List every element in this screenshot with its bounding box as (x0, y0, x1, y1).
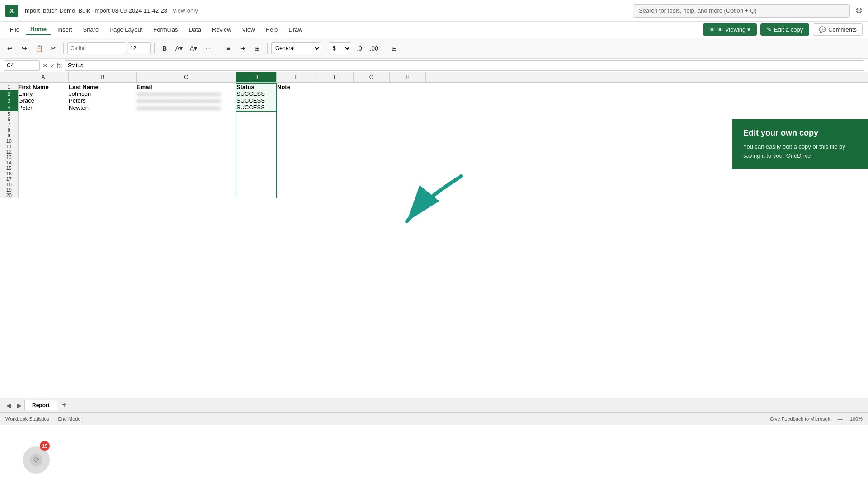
data-cell[interactable] (277, 187, 317, 192)
data-cell[interactable] (137, 165, 236, 171)
row-number[interactable]: 2 (0, 90, 18, 97)
data-cell[interactable] (354, 127, 390, 133)
menu-formulas[interactable]: Formulas (149, 24, 182, 35)
settings-icon[interactable]: ⚙ (855, 6, 863, 16)
menu-pagelayout[interactable]: Page Layout (105, 24, 147, 35)
data-cell[interactable]: Emily (18, 90, 69, 97)
data-cell[interactable] (69, 182, 137, 187)
data-cell[interactable]: Peters (69, 97, 137, 104)
data-cell[interactable] (390, 171, 426, 176)
data-cell[interactable] (137, 182, 236, 187)
data-cell[interactable] (354, 176, 390, 182)
data-cell[interactable] (18, 182, 69, 187)
data-cell[interactable] (18, 192, 69, 198)
data-cell[interactable] (390, 182, 426, 187)
font-size-input[interactable] (128, 42, 151, 54)
data-cell[interactable] (137, 192, 236, 198)
data-cell[interactable] (390, 155, 426, 160)
data-cell[interactable] (354, 187, 390, 192)
data-cell[interactable] (236, 117, 277, 122)
row-number[interactable]: 5 (0, 111, 18, 117)
data-cell[interactable] (137, 122, 236, 127)
data-cell[interactable] (236, 122, 277, 127)
data-cell[interactable] (69, 133, 137, 138)
sheet-nav-right[interactable]: ▶ (14, 402, 24, 409)
row-number[interactable]: 11 (0, 144, 18, 149)
data-cell[interactable] (317, 104, 354, 111)
scissors-button[interactable]: ✂ (47, 42, 60, 55)
row-number[interactable]: 7 (0, 122, 18, 127)
data-cell[interactable] (18, 149, 69, 155)
menu-view[interactable]: View (238, 24, 259, 35)
feedback-label[interactable]: Give Feedback to Microsoft (770, 416, 830, 422)
data-cell[interactable] (18, 117, 69, 122)
row-number[interactable]: 13 (0, 155, 18, 160)
data-cell[interactable] (236, 155, 277, 160)
data-cell[interactable] (354, 138, 390, 144)
data-cell[interactable] (69, 127, 137, 133)
menu-help[interactable]: Help (261, 24, 283, 35)
data-cell[interactable] (137, 160, 236, 165)
data-cell[interactable] (69, 155, 137, 160)
data-cell[interactable] (354, 117, 390, 122)
font-selector[interactable] (67, 42, 126, 54)
data-cell[interactable] (390, 97, 426, 104)
col-header-h[interactable]: H (390, 72, 426, 82)
data-cell[interactable] (236, 192, 277, 198)
row-number[interactable]: 8 (0, 127, 18, 133)
row-number[interactable]: 3 (0, 97, 18, 104)
data-cell[interactable] (69, 144, 137, 149)
col-header-d[interactable]: D (236, 72, 277, 82)
data-cell[interactable] (354, 90, 390, 97)
decimal-dec-button[interactable]: .00 (368, 42, 380, 55)
search-bar[interactable]: Search for tools, help, and more (Option… (633, 4, 850, 18)
data-cell[interactable] (137, 144, 236, 149)
data-cell[interactable] (390, 117, 426, 122)
data-cell[interactable] (277, 176, 317, 182)
data-cell[interactable]: Status (236, 83, 277, 90)
data-cell[interactable] (317, 138, 354, 144)
data-cell[interactable] (317, 149, 354, 155)
data-cell[interactable] (277, 171, 317, 176)
row-number[interactable]: 14 (0, 160, 18, 165)
data-cell[interactable] (236, 127, 277, 133)
data-cell[interactable] (69, 111, 137, 117)
data-cell[interactable] (236, 165, 277, 171)
cell-reference-input[interactable] (4, 60, 40, 71)
data-cell[interactable] (317, 97, 354, 104)
menu-draw[interactable]: Draw (284, 24, 307, 35)
col-header-f[interactable]: F (317, 72, 354, 82)
data-cell[interactable]: Grace (18, 97, 69, 104)
data-cell[interactable] (354, 192, 390, 198)
data-cell[interactable] (137, 117, 236, 122)
data-cell[interactable] (354, 182, 390, 187)
menu-home[interactable]: Home (26, 24, 51, 35)
data-cell[interactable] (236, 144, 277, 149)
data-cell[interactable] (390, 122, 426, 127)
menu-share[interactable]: Share (79, 24, 104, 35)
row-number[interactable]: 9 (0, 133, 18, 138)
fill-color-button[interactable]: A▾ (173, 42, 185, 55)
data-cell[interactable] (317, 187, 354, 192)
row-number[interactable]: 17 (0, 176, 18, 182)
data-cell[interactable]: ●●●●●●●●●●●●●●●●●●●●●●●●●●●● (137, 104, 236, 111)
data-cell[interactable] (354, 97, 390, 104)
data-cell[interactable] (390, 90, 426, 97)
data-cell[interactable] (18, 171, 69, 176)
merge-button[interactable]: ⊞ (251, 42, 264, 55)
data-cell[interactable] (69, 165, 137, 171)
data-cell[interactable]: SUCCESS (236, 104, 277, 111)
wrap-button[interactable]: ⇥ (236, 42, 249, 55)
data-cell[interactable] (69, 149, 137, 155)
data-cell[interactable]: SUCCESS (236, 97, 277, 104)
menu-review[interactable]: Review (208, 24, 236, 35)
col-header-e[interactable]: E (277, 72, 317, 82)
data-cell[interactable] (137, 111, 236, 117)
cancel-formula-icon[interactable]: ✕ (42, 62, 48, 69)
data-cell[interactable] (137, 127, 236, 133)
borders-button[interactable]: ⊟ (388, 42, 401, 55)
data-cell[interactable] (317, 171, 354, 176)
menu-data[interactable]: Data (184, 24, 206, 35)
data-cell[interactable] (277, 182, 317, 187)
row-number[interactable]: 6 (0, 117, 18, 122)
